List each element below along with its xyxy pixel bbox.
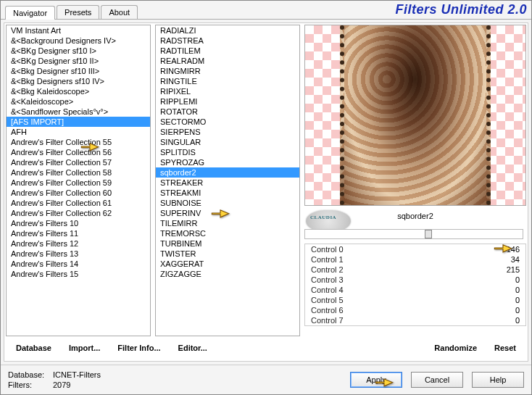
control-value: 146 (494, 245, 520, 254)
list-item[interactable]: Andrew's Filter Collection 61 (7, 198, 150, 208)
list-item[interactable]: TREMORSC (156, 228, 299, 238)
list-item[interactable]: RINGMIRR (156, 66, 299, 76)
list-item[interactable]: REALRADM (156, 56, 299, 66)
list-item[interactable]: Andrew's Filter Collection 57 (7, 157, 150, 167)
control-value: 34 (494, 255, 520, 264)
list-item[interactable]: SECTORMO (156, 117, 299, 127)
selected-filter-label: CLAUDIA sqborder2 (304, 209, 526, 226)
parameter-controls: Control 0146Control 134Control 2215Contr… (304, 244, 526, 326)
control-row[interactable]: Control 0146 (305, 244, 525, 254)
list-item[interactable]: VM Instant Art (7, 25, 150, 36)
control-row[interactable]: Control 70 (305, 315, 525, 325)
control-row[interactable]: Control 50 (305, 295, 525, 305)
filter-list[interactable]: RADIALZIRADSTREARADTILEMREALRADMRINGMIRR… (155, 25, 300, 336)
dialog-buttons: Apply Cancel Help (350, 372, 524, 388)
list-item[interactable]: SUBNOISE (156, 198, 299, 208)
status-filters-label: Filters: (8, 380, 53, 390)
list-item[interactable]: Andrew's Filters 11 (7, 228, 150, 238)
list-item[interactable]: sqborder2 (156, 167, 299, 178)
preview-slider[interactable] (304, 229, 526, 241)
list-item[interactable]: Andrew's Filters 10 (7, 218, 150, 228)
list-item[interactable]: &<BKg Designer sf10 II> (7, 56, 150, 66)
list-item[interactable]: SPYROZAG (156, 157, 299, 167)
control-value: 0 (494, 296, 520, 304)
apply-button[interactable]: Apply (350, 372, 402, 388)
list-item[interactable]: ZIGZAGGE (156, 269, 299, 279)
preview-slider-thumb[interactable] (425, 230, 432, 238)
panes-row: VM Instant Art&<Background Designers IV>… (6, 25, 526, 336)
help-button[interactable]: Help (472, 372, 524, 388)
tab-navigator[interactable]: Navigator (5, 6, 55, 20)
list-item[interactable]: Andrew's Filters 15 (7, 269, 150, 279)
list-item[interactable]: Andrew's Filter Collection 62 (7, 208, 150, 218)
status-info: Database:ICNET-Filters Filters:2079 (8, 370, 101, 390)
cancel-button[interactable]: Cancel (411, 372, 463, 388)
list-item[interactable]: RADSTREA (156, 36, 299, 46)
list-item[interactable]: RADTILEM (156, 46, 299, 56)
control-row[interactable]: Control 134 (305, 254, 525, 265)
right-pane: CLAUDIA sqborder2 Control 0146Control 13… (304, 25, 526, 336)
list-item[interactable]: STREAKER (156, 178, 299, 188)
list-item[interactable]: &<BKg Designer sf10 I> (7, 46, 150, 56)
navigator-panel: VM Instant Art&<Background Designers IV>… (4, 22, 528, 362)
control-label: Control 3 (311, 275, 344, 284)
list-item[interactable]: RINGTILE (156, 76, 299, 86)
list-item[interactable]: RIPPLEMI (156, 96, 299, 107)
list-item[interactable]: RADIALZI (156, 25, 299, 36)
list-item[interactable]: Andrew's Filter Collection 55 (7, 137, 150, 147)
toolbar: Database Import... Filter Info... Editor… (6, 336, 526, 359)
randomize-button[interactable]: Randomize (427, 341, 484, 355)
list-item[interactable]: SPLITDIS (156, 147, 299, 157)
control-row[interactable]: Control 2215 (305, 265, 525, 275)
editor-button[interactable]: Editor... (171, 341, 215, 355)
tab-presets[interactable]: Presets (57, 5, 99, 19)
list-item[interactable]: RIPIXEL (156, 86, 299, 96)
list-item[interactable]: &<Bkg Designer sf10 III> (7, 66, 150, 76)
list-item[interactable]: Andrew's Filters 13 (7, 249, 150, 259)
control-label: Control 2 (311, 265, 344, 274)
list-item[interactable]: &<Kaleidoscope> (7, 96, 150, 107)
list-item[interactable]: &<Background Designers IV> (7, 36, 150, 46)
list-item[interactable]: SUPERINV (156, 208, 299, 218)
list-item[interactable]: SIERPENS (156, 127, 299, 137)
control-value: 0 (494, 316, 520, 325)
filter-info-button[interactable]: Filter Info... (110, 341, 167, 355)
control-label: Control 1 (311, 255, 344, 264)
list-item[interactable]: TWISTER (156, 249, 299, 259)
list-item[interactable]: ROTATOR (156, 107, 299, 117)
list-item[interactable]: &<Sandflower Specials°v°> (7, 107, 150, 117)
control-value: 0 (494, 286, 520, 294)
control-value: 215 (494, 265, 520, 274)
reset-button[interactable]: Reset (487, 341, 523, 355)
list-item[interactable]: &<Bkg Designers sf10 IV> (7, 76, 150, 86)
list-item[interactable]: SINGULAR (156, 137, 299, 147)
control-row[interactable]: Control 30 (305, 275, 525, 285)
control-row[interactable]: Control 40 (305, 285, 525, 295)
list-item[interactable]: [AFS IMPORT] (7, 117, 150, 127)
list-item[interactable]: Andrew's Filter Collection 58 (7, 167, 150, 178)
list-item[interactable]: Andrew's Filter Collection 59 (7, 178, 150, 188)
list-item[interactable]: Andrew's Filters 14 (7, 259, 150, 269)
category-list[interactable]: VM Instant Art&<Background Designers IV>… (6, 25, 151, 336)
list-item[interactable]: STREAKMI (156, 188, 299, 198)
list-item[interactable]: TURBINEM (156, 238, 299, 249)
watermark: CLAUDIA (310, 215, 336, 220)
preview-slider-track[interactable] (304, 229, 523, 239)
status-filters-value: 2079 (53, 381, 70, 389)
list-item[interactable]: Andrew's Filters 12 (7, 238, 150, 249)
tab-bar: Navigator Presets About Filters Unlimite… (1, 1, 531, 20)
control-value: 0 (494, 306, 520, 315)
list-item[interactable]: TILEMIRR (156, 218, 299, 228)
control-row[interactable]: Control 60 (305, 305, 525, 315)
import-button[interactable]: Import... (62, 341, 107, 355)
selected-filter-name: sqborder2 (397, 212, 433, 220)
status-database-label: Database: (8, 370, 53, 380)
tab-about[interactable]: About (101, 5, 138, 19)
list-item[interactable]: &<Bkg Kaleidoscope> (7, 86, 150, 96)
database-button[interactable]: Database (9, 341, 59, 355)
list-item[interactable]: AFH (7, 127, 150, 137)
dialog-window: Navigator Presets About Filters Unlimite… (0, 0, 532, 395)
list-item[interactable]: Andrew's Filter Collection 56 (7, 147, 150, 157)
list-item[interactable]: XAGGERAT (156, 259, 299, 269)
list-item[interactable]: Andrew's Filter Collection 60 (7, 188, 150, 198)
